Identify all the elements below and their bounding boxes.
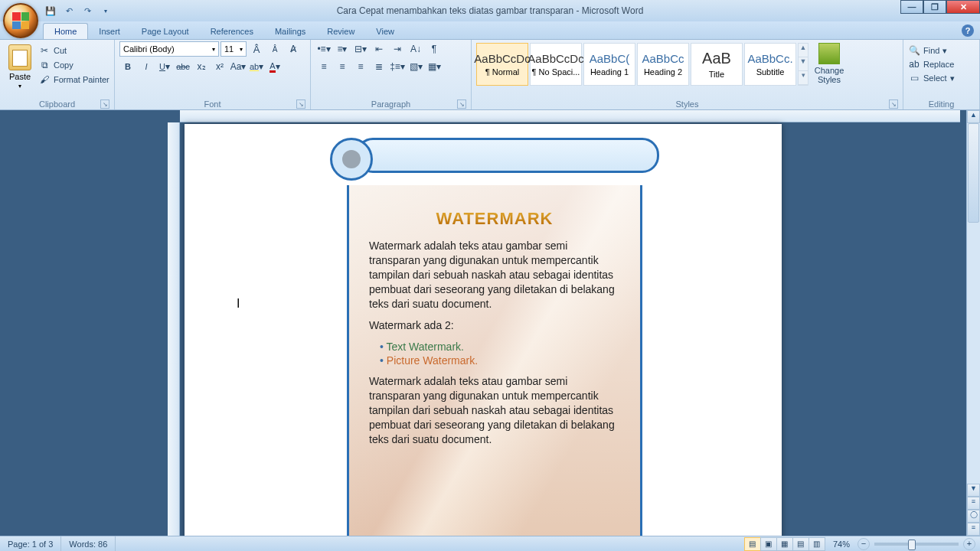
scroll-up-icon[interactable]: ▲ <box>967 110 980 123</box>
undo-icon[interactable]: ↶ <box>61 3 77 18</box>
multilevel-button[interactable]: ⊟▾ <box>352 41 369 57</box>
tab-review[interactable]: Review <box>316 24 365 39</box>
tab-insert[interactable]: Insert <box>88 24 131 39</box>
zoom-percent[interactable]: 74% <box>825 536 858 551</box>
replace-button[interactable]: abReplace <box>908 58 975 70</box>
styles-launcher[interactable]: ↘ <box>889 99 898 109</box>
format-painter-button[interactable]: 🖌Format Painter <box>38 73 109 86</box>
styles-up-icon[interactable]: ▲ <box>799 44 808 57</box>
shrink-font-button[interactable]: Â <box>266 41 283 57</box>
paste-button[interactable]: Paste ▾ <box>5 41 35 92</box>
doc-paragraph: Watermark adalah teks atau gambar semi t… <box>369 374 620 446</box>
scrollbar-v[interactable]: ▲ ▼ ≡ ◯ ≡ <box>966 110 980 536</box>
style-subtitle[interactable]: AaBbCc.Subtitle <box>744 43 796 86</box>
font-size-select[interactable]: 11▾ <box>220 41 247 57</box>
grow-font-button[interactable]: Â <box>248 41 265 57</box>
show-marks-button[interactable]: ¶ <box>426 41 443 57</box>
highlight-button[interactable]: ab▾ <box>248 59 265 74</box>
indent-button[interactable]: ⇥ <box>389 41 406 57</box>
redo-icon[interactable]: ↷ <box>80 3 95 18</box>
ribbon-tabs: Home Insert Page Layout References Maili… <box>0 21 980 40</box>
zoom-in-button[interactable]: + <box>963 538 975 550</box>
select-button[interactable]: ▭Select ▾ <box>908 72 975 84</box>
workspace: I WATERMARK Watermark adalah teks atau g… <box>0 110 980 536</box>
office-button[interactable] <box>3 3 38 38</box>
prev-page-icon[interactable]: ≡ <box>967 497 980 510</box>
justify-button[interactable]: ≣ <box>371 59 387 74</box>
style-heading-2[interactable]: AaBbCcHeading 2 <box>637 43 689 86</box>
tab-references[interactable]: References <box>200 24 264 39</box>
bullets-button[interactable]: •≡▾ <box>315 41 332 57</box>
tab-page-layout[interactable]: Page Layout <box>131 24 200 39</box>
view-outline[interactable]: ▤ <box>792 537 809 551</box>
scroll-shape[interactable]: WATERMARK Watermark adalah teks atau gam… <box>330 138 659 536</box>
view-print-layout[interactable]: ▤ <box>744 537 761 551</box>
zoom-slider[interactable] <box>874 543 959 546</box>
browse-object-icon[interactable]: ◯ <box>967 510 980 523</box>
styles-down-icon[interactable]: ▼ <box>799 57 808 71</box>
status-words[interactable]: Words: 86 <box>61 536 116 551</box>
tab-view[interactable]: View <box>365 24 405 39</box>
scroll-thumb[interactable] <box>968 123 979 223</box>
style-title[interactable]: AaBTitle <box>691 43 743 86</box>
outdent-button[interactable]: ⇤ <box>371 41 387 57</box>
copy-button[interactable]: ⧉Copy <box>38 59 109 71</box>
view-draft[interactable]: ▥ <box>808 537 825 551</box>
font-name-select[interactable]: Calibri (Body)▾ <box>119 41 219 57</box>
clipboard-launcher[interactable]: ↘ <box>100 99 109 109</box>
font-launcher[interactable]: ↘ <box>296 99 305 109</box>
titlebar: 💾 ↶ ↷ ▾ Cara Cepat menambahkan teks diat… <box>0 0 980 21</box>
scissors-icon: ✂ <box>38 44 51 57</box>
align-left-button[interactable]: ≡ <box>315 59 332 74</box>
tab-mailings[interactable]: Mailings <box>264 24 316 39</box>
align-right-button[interactable]: ≡ <box>352 59 369 74</box>
view-buttons: ▤ ▣ ▦ ▤ ▥ <box>745 537 825 551</box>
shading-button[interactable]: ▧▾ <box>407 59 424 74</box>
cut-button[interactable]: ✂Cut <box>38 44 109 57</box>
styles-more-icon[interactable]: ▾ <box>799 71 808 85</box>
subscript-button[interactable]: x₂ <box>193 59 210 74</box>
scroll-down-icon[interactable]: ▼ <box>967 484 980 497</box>
line-spacing-button[interactable]: ‡≡▾ <box>389 59 406 74</box>
maximize-button[interactable]: ❐ <box>923 0 946 14</box>
view-web[interactable]: ▦ <box>776 537 793 551</box>
styles-scroll[interactable]: ▲▼▾ <box>798 43 808 86</box>
style-heading-1[interactable]: AaBbC(Heading 1 <box>583 43 635 86</box>
list-item: Text Watermark. <box>380 341 620 353</box>
group-label-editing: Editing <box>929 99 955 109</box>
status-page[interactable]: Page: 1 of 3 <box>0 536 61 551</box>
sort-button[interactable]: A↓ <box>407 41 424 57</box>
view-full-screen[interactable]: ▣ <box>760 537 777 551</box>
paragraph-launcher[interactable]: ↘ <box>457 99 466 109</box>
style-no-spacing[interactable]: AaBbCcDc¶ No Spaci... <box>530 43 582 86</box>
save-icon[interactable]: 💾 <box>43 3 58 18</box>
bold-button[interactable]: B <box>119 59 136 74</box>
borders-button[interactable]: ▦▾ <box>426 59 443 74</box>
change-case-button[interactable]: Aa▾ <box>230 59 247 74</box>
style-normal[interactable]: AaBbCcDc¶ Normal <box>476 43 528 86</box>
font-color-button[interactable]: A▾ <box>266 59 283 74</box>
numbering-button[interactable]: ≡▾ <box>334 41 351 57</box>
status-bar: Page: 1 of 3 Words: 86 ▤ ▣ ▦ ▤ ▥ 74% − + <box>0 536 980 551</box>
zoom-out-button[interactable]: − <box>858 538 870 550</box>
change-styles-button[interactable]: Change Styles <box>810 43 848 84</box>
superscript-button[interactable]: x² <box>211 59 228 74</box>
document-page[interactable]: I WATERMARK Watermark adalah teks atau g… <box>185 124 782 536</box>
find-icon: 🔍 <box>908 44 920 57</box>
italic-button[interactable]: I <box>138 59 155 74</box>
watermark-heading: WATERMARK <box>369 205 620 230</box>
minimize-button[interactable]: ― <box>900 0 923 14</box>
doc-paragraph: Watermark adalah teks atau gambar semi t… <box>369 239 620 311</box>
next-page-icon[interactable]: ≡ <box>967 523 980 536</box>
strike-button[interactable]: abc <box>175 59 191 74</box>
group-label-clipboard: Clipboard <box>39 99 75 109</box>
qat-more-icon[interactable]: ▾ <box>98 3 113 18</box>
change-styles-icon <box>818 43 840 64</box>
help-icon[interactable]: ? <box>962 24 974 37</box>
clear-format-button[interactable]: A̷ <box>285 41 302 57</box>
find-button[interactable]: 🔍Find ▾ <box>908 44 975 57</box>
tab-home[interactable]: Home <box>43 23 88 39</box>
align-center-button[interactable]: ≡ <box>334 59 351 74</box>
close-button[interactable]: ✕ <box>946 0 980 14</box>
underline-button[interactable]: U▾ <box>156 59 173 74</box>
